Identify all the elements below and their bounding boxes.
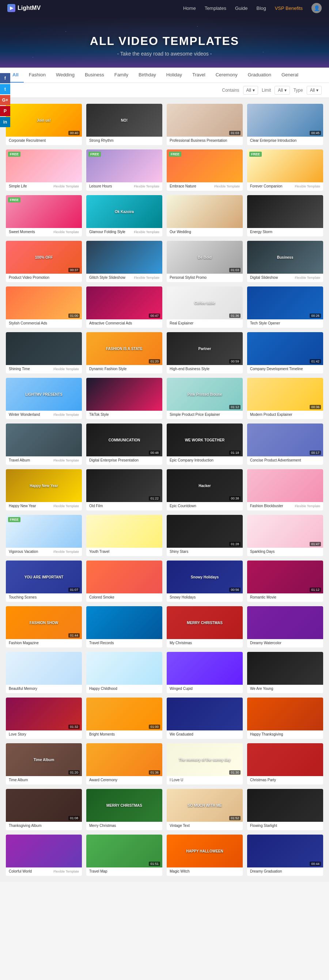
template-info: Happy New Year Flexible Template (6, 502, 82, 511)
template-card[interactable]: 00:26 Tech Style Opener (247, 286, 323, 328)
social-linkedin[interactable]: in (0, 117, 10, 127)
social-pinterest[interactable]: P (0, 106, 10, 116)
template-card[interactable]: FREE Embrace Nature Flexible Template (167, 150, 243, 191)
template-card[interactable]: Happy New Year Happy New Year Flexible T… (6, 469, 82, 511)
template-card[interactable]: FASHION IS A STATE 01:20 Dynamic Fashion… (86, 332, 162, 374)
template-card[interactable]: SO MUCH WITH ME 01:52 Vintage Text (167, 789, 243, 830)
template-card[interactable]: HAPPY HALLOWEEN Magic Witch (167, 835, 243, 876)
template-card[interactable]: Business Digital Slideshow Flexible Temp… (247, 241, 323, 282)
type-select[interactable]: All ▾ (307, 86, 322, 95)
template-card[interactable]: MERRY CHRISTMAS Merry Christmas (86, 789, 162, 830)
template-card[interactable]: 00:44 Dreamy Graduation (247, 835, 323, 876)
template-card[interactable]: The memory of the sunny day 01:30 I Love… (167, 743, 243, 784)
template-card[interactable]: Flowing Starlight (247, 789, 323, 830)
template-info: Dreamy Graduation (247, 867, 323, 876)
template-card[interactable]: 01:36 Award Ceremony (86, 743, 162, 784)
filter-tab-travel[interactable]: Travel (187, 68, 211, 83)
template-card[interactable]: 01:22 Old Film (86, 469, 162, 511)
filter-tab-fashion[interactable]: Fashion (24, 68, 51, 83)
logo[interactable]: ▶ LightMV (7, 4, 41, 12)
template-card[interactable]: TikTok Style (86, 378, 162, 419)
filter-tab-family[interactable]: Family (109, 68, 133, 83)
template-card[interactable]: WE WORK TOGETHER 01:18 Epic Company Intr… (167, 423, 243, 465)
filter-tab-ceremony[interactable]: Ceremony (211, 68, 243, 83)
template-card[interactable]: Ok Kazoira Glamour Folding Style Flexibl… (86, 195, 162, 236)
social-facebook[interactable]: f (0, 73, 10, 83)
filter-tab-birthday[interactable]: Birthday (133, 68, 161, 83)
template-card[interactable]: Pink Printed Blouse 01:12 Simple Product… (167, 378, 243, 419)
template-card[interactable]: Youth Travel (86, 515, 162, 556)
template-sub: Flexible Template (53, 367, 79, 371)
template-card[interactable]: We Graduated (167, 698, 243, 739)
template-card[interactable]: Snowy Holidays 00:56 Snowy Holidays (167, 560, 243, 602)
template-card[interactable]: 00:45 Clear Enterprise Introduction (247, 104, 323, 145)
limit-select[interactable]: All ▾ (275, 86, 289, 95)
template-card[interactable]: 01:28 Shiny Stars (167, 515, 243, 556)
template-card[interactable]: Be Bold 01:03 Personal Stylist Promo (167, 241, 243, 282)
template-card[interactable]: Fashion Blockbuster Flexible Template (247, 469, 323, 511)
template-card[interactable]: 01:51 Travel Map (86, 835, 162, 876)
template-card[interactable]: FREE Leisure Hours Flexible Template (86, 150, 162, 191)
template-card[interactable]: Happy Thanksgiving (247, 698, 323, 739)
template-card[interactable]: FASHION SHOW 01:44 Fashion Magazine (6, 606, 82, 648)
template-card[interactable]: FREE Vigorous Vacation Flexible Template (6, 515, 82, 556)
template-card[interactable]: 100% OFF 00:37 Product Video Promotion (6, 241, 82, 282)
template-card[interactable]: NO! Strong Rhythm (86, 104, 162, 145)
template-card[interactable]: 00:47 Attractive Commercial Ads (86, 286, 162, 328)
template-card[interactable]: YOU ARE IMPORTANT 01:07 Touching Scenes (6, 560, 82, 602)
template-card[interactable]: FREE Sweet Moments Flexible Template (6, 195, 82, 236)
template-card[interactable]: Time Album 01:20 Time Album (6, 743, 82, 784)
filter-tab-graduation[interactable]: Graduation (243, 68, 276, 83)
template-card[interactable]: Partner 00:59 High-end Business Style (167, 332, 243, 374)
template-card[interactable]: Winged Cupid (167, 652, 243, 693)
template-card[interactable]: Hacker 00:38 Epic Countdown (167, 469, 243, 511)
template-card[interactable]: 01:42 Company Development Timeline (247, 332, 323, 374)
filter-tab-general[interactable]: General (276, 68, 303, 83)
template-card[interactable]: 01:03 Professional Business Presentation (167, 104, 243, 145)
template-card[interactable]: We Are Young (247, 652, 323, 693)
template-card[interactable]: Colored Smoke (86, 560, 162, 602)
thumb-overlay-text: Pink Printed Blouse (186, 391, 224, 398)
template-card[interactable]: Dreamy Watercolor (247, 606, 323, 648)
template-card[interactable]: LIGHTMV PRESENTS Winter Wonderland Flexi… (6, 378, 82, 419)
template-card[interactable]: Join us! 00:40 Corporate Recruitment (6, 104, 82, 145)
template-card[interactable]: Our Wedding (167, 195, 243, 236)
template-card[interactable]: Happy Childhood (86, 652, 162, 693)
template-card[interactable]: FREE Forever Companion Flexible Template (247, 150, 323, 191)
nav-blog[interactable]: Blog (257, 5, 266, 11)
template-card[interactable]: Travel Records (86, 606, 162, 648)
contains-select[interactable]: All ▾ (243, 86, 258, 95)
template-card[interactable]: 01:32 Love Story (6, 698, 82, 739)
template-card[interactable]: 01:47 Sparkling Days (247, 515, 323, 556)
template-time: 01:42 (310, 359, 321, 364)
social-googleplus[interactable]: G+ (0, 95, 10, 105)
template-card[interactable]: Energy Storm (247, 195, 323, 236)
template-card[interactable]: 01:00 Bright Moments (86, 698, 162, 739)
template-card[interactable]: Colorful World Flexible Template (6, 835, 82, 876)
template-sub: Flexible Template (134, 185, 160, 188)
social-twitter[interactable]: t (0, 84, 10, 94)
template-card[interactable]: Glitch Style Slideshow Flexible Template (86, 241, 162, 282)
template-card[interactable]: Coffee table 01:36 Real Explainer (167, 286, 243, 328)
template-card[interactable]: FREE Simple Life Flexible Template (6, 150, 82, 191)
filter-tab-wedding[interactable]: Wedding (51, 68, 80, 83)
avatar[interactable]: 👤 (311, 3, 322, 13)
template-card[interactable]: 01:00 Stylish Commercial Ads (6, 286, 82, 328)
template-card[interactable]: MERRY CHRISTMAS My Christmas (167, 606, 243, 648)
template-card[interactable]: 00:36 Modern Product Explainer (247, 378, 323, 419)
template-card[interactable]: COMMUNICATION 00:48 Digital Enterprise P… (86, 423, 162, 465)
filter-tab-business[interactable]: Business (80, 68, 109, 83)
nav-templates[interactable]: Templates (205, 5, 226, 11)
template-card[interactable]: 01:12 Romantic Movie (247, 560, 323, 602)
nav-vsp[interactable]: VSP Benefits (275, 5, 303, 11)
filter-tab-holiday[interactable]: Holiday (161, 68, 187, 83)
template-title: Travel Album (9, 458, 30, 462)
template-card[interactable]: Shining Time Flexible Template (6, 332, 82, 374)
template-card[interactable]: Beautiful Memory (6, 652, 82, 693)
nav-home[interactable]: Home (183, 5, 196, 11)
template-card[interactable]: Christmas Party (247, 743, 323, 784)
template-card[interactable]: Travel Album Flexible Template (6, 423, 82, 465)
nav-guide[interactable]: Guide (235, 5, 248, 11)
template-card[interactable]: 01:08 Thanksgiving Album (6, 789, 82, 830)
template-card[interactable]: 00:17 Concise Product Advertisement (247, 423, 323, 465)
